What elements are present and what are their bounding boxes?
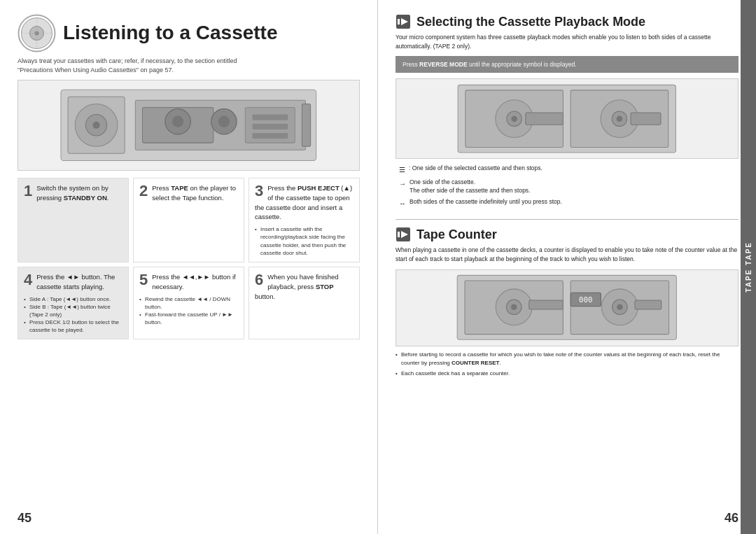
svg-rect-19: [253, 124, 288, 129]
steps-row-2: 4 Press the ◄► button. The cassette star…: [18, 267, 360, 339]
svg-point-33: [617, 115, 623, 122]
playback-mode-title-section: Selecting the Cassette Playback Mode: [396, 14, 738, 29]
step-1: 1 Switch the system on by pressing STAND…: [18, 178, 129, 262]
mode-icon-2: →: [399, 178, 406, 190]
svg-rect-21: [302, 104, 311, 147]
counter-notes: Before starting to record a cassette for…: [396, 351, 738, 378]
tape-sidebar-label: TAPE TAPE: [745, 241, 752, 293]
playback-intro: Your micro component system has three ca…: [396, 33, 738, 51]
cassette-icon: [18, 14, 56, 52]
mode-item-3: ↔ Both sides of the cassette indefinitel…: [399, 198, 738, 209]
mode-icon-3: ↔: [399, 198, 406, 209]
section-divider: [396, 219, 738, 220]
mode-item-1: ☰ : One side of the selected cassette an…: [399, 164, 738, 176]
playback-mode-title: Selecting the Cassette Playback Mode: [416, 15, 645, 29]
tape-counter-title-section: Tape Counter: [396, 227, 738, 242]
mode-text-1: : One side of the selected cassette and …: [409, 164, 542, 173]
device-image-right-top: [396, 78, 738, 159]
section2-icon: [396, 227, 411, 242]
steps-container: 1 Switch the system on by pressing STAND…: [18, 178, 360, 524]
step-4: 4 Press the ◄► button. The cassette star…: [18, 267, 129, 339]
steps-row-1: 1 Switch the system on by pressing STAND…: [18, 178, 360, 262]
svg-point-14: [172, 116, 183, 127]
step-2: 2 Press TAPE on the player to select the…: [133, 178, 244, 262]
title-section: Listening to a Cassette: [18, 14, 360, 52]
mode-icon-1: ☰: [399, 164, 405, 176]
manual-spread: Listening to a Cassette Always treat you…: [0, 0, 756, 534]
counter-description: When playing a cassette in one of the ca…: [396, 246, 738, 264]
svg-point-16: [218, 116, 230, 127]
svg-point-47: [617, 304, 623, 311]
device-image-left: [18, 80, 360, 171]
instruction-box: Press REVERSE MODE until the appropriate…: [396, 56, 738, 73]
svg-point-30: [512, 115, 518, 122]
right-page: Selecting the Cassette Playback Mode You…: [378, 0, 756, 534]
page-number-left: 45: [18, 511, 31, 526]
svg-point-44: [511, 304, 517, 311]
subtitle: Always treat your cassettes with care; r…: [18, 57, 360, 74]
tape-counter-title: Tape Counter: [416, 227, 497, 242]
svg-rect-34: [526, 113, 564, 125]
svg-rect-50: [529, 300, 564, 309]
step-3: 3 Press the PUSH EJECT (▲) of the casset…: [248, 178, 360, 262]
svg-rect-35: [631, 113, 661, 125]
page-title: Listening to a Cassette: [63, 22, 278, 44]
left-page: Listening to a Cassette Always treat you…: [0, 0, 378, 534]
svg-rect-24: [398, 19, 400, 24]
svg-rect-18: [253, 115, 288, 120]
mode-text-3: Both sides of the cassette indefinitely …: [410, 198, 562, 206]
modes-list: ☰ : One side of the selected cassette an…: [396, 164, 738, 212]
step-5: 5 Press the ◄◄,►► button if necessary. R…: [133, 267, 244, 339]
svg-text:000: 000: [579, 296, 592, 305]
svg-point-10: [93, 122, 100, 129]
mode-item-2: → One side of the cassette. The other si…: [399, 178, 738, 195]
tape-sidebar: TAPE TAPE: [741, 0, 756, 534]
svg-rect-20: [253, 133, 288, 139]
tape-counter-section: Tape Counter When playing a cassette in …: [396, 227, 738, 380]
step-6: 6 When you have finished playback, press…: [248, 267, 360, 339]
page-number-right: 46: [724, 511, 738, 526]
svg-rect-51: [635, 300, 662, 309]
section1-icon: [396, 14, 411, 29]
svg-rect-38: [398, 232, 400, 237]
device-image-counter: 000: [396, 269, 738, 346]
